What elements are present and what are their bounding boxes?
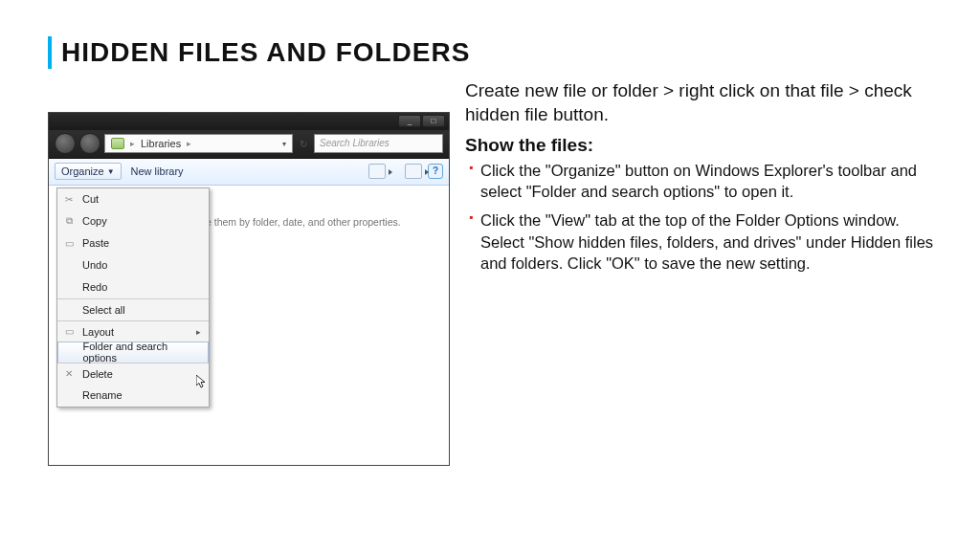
menu-label: Redo <box>82 281 107 293</box>
bullet-list: Click the "Organize" button on Windows E… <box>465 160 942 274</box>
organize-menu: ✂Cut⧉Copy▭PasteUndoRedoSelect all▭Layout… <box>56 187 210 408</box>
menu-icon: ✕ <box>61 367 77 381</box>
menu-item-cut[interactable]: ✂Cut <box>57 188 209 210</box>
view-options-button[interactable] <box>368 164 386 179</box>
menu-icon <box>61 280 77 294</box>
menu-icon <box>62 345 77 359</box>
left-column: _ □ ▸ Libraries ▸ ▾ ↻ Search Libraries <box>48 78 450 466</box>
refresh-icon[interactable]: ↻ <box>297 139 310 149</box>
title-wrap: HIDDEN FILES AND FOLDERS <box>48 36 942 69</box>
subheading: Show the files: <box>465 135 942 156</box>
menu-label: Cut <box>82 193 99 205</box>
menu-label: Select all <box>82 304 125 316</box>
breadcrumb-dropdown-icon[interactable]: ▾ <box>282 140 286 148</box>
new-library-button[interactable]: New library <box>131 165 184 177</box>
breadcrumb-sep-icon: ▸ <box>130 139 135 148</box>
menu-item-paste[interactable]: ▭Paste <box>57 232 209 254</box>
preview-pane-button[interactable] <box>405 164 422 179</box>
menu-icon <box>61 303 77 317</box>
forward-button[interactable] <box>79 133 100 154</box>
body: _ □ ▸ Libraries ▸ ▾ ↻ Search Libraries <box>48 78 942 466</box>
slide-title: HIDDEN FILES AND FOLDERS <box>61 36 470 69</box>
menu-icon: ✂ <box>61 192 77 206</box>
menu-label: Delete <box>82 368 113 380</box>
toolbar-right: ? <box>368 164 443 179</box>
libraries-icon <box>111 138 124 149</box>
maximize-button[interactable]: □ <box>422 115 445 127</box>
menu-icon: ▭ <box>61 236 77 250</box>
menu-label: Paste <box>82 237 109 249</box>
bullet-item: Click the "Organize" button on Windows E… <box>469 160 942 203</box>
menu-label: Folder and search options <box>82 341 200 364</box>
menu-item-rename[interactable]: Rename <box>57 385 209 407</box>
menu-item-select-all[interactable]: Select all <box>57 298 209 320</box>
bullet-item: Click the "View" tab at the top of the F… <box>469 209 942 274</box>
explorer-screenshot: _ □ ▸ Libraries ▸ ▾ ↻ Search Libraries <box>48 112 450 466</box>
right-column: Create new file or folder > right click … <box>450 78 942 466</box>
breadcrumb-bar[interactable]: ▸ Libraries ▸ ▾ <box>104 134 293 153</box>
menu-item-folder-and-search-options[interactable]: Folder and search options <box>57 342 209 364</box>
minimize-button[interactable]: _ <box>398 115 421 127</box>
menu-item-redo[interactable]: Redo <box>57 276 209 298</box>
menu-label: Copy <box>82 215 107 227</box>
menu-icon <box>61 258 77 272</box>
window-titlebar: _ □ <box>49 113 449 130</box>
accent-bar <box>48 36 52 69</box>
organize-button[interactable]: Organize ▼ <box>55 163 122 180</box>
menu-label: Undo <box>82 259 107 271</box>
breadcrumb-text: Libraries <box>141 138 181 149</box>
intro-text: Create new file or folder > right click … <box>465 78 942 127</box>
help-button[interactable]: ? <box>428 164 443 179</box>
nav-row: ▸ Libraries ▸ ▾ ↻ Search Libraries <box>49 130 449 159</box>
menu-item-layout[interactable]: ▭Layout▸ <box>57 320 209 342</box>
menu-label: Layout <box>82 326 114 338</box>
menu-item-copy[interactable]: ⧉Copy <box>57 210 209 232</box>
menu-item-delete[interactable]: ✕Delete <box>57 363 209 385</box>
menu-icon: ▭ <box>61 325 77 339</box>
back-button[interactable] <box>55 133 76 154</box>
menu-icon <box>61 388 77 402</box>
search-input[interactable]: Search Libraries <box>314 134 443 153</box>
organize-label: Organize <box>61 165 104 177</box>
breadcrumb-sep-icon: ▸ <box>187 139 191 148</box>
toolbar: Organize ▼ New library ? <box>49 159 449 186</box>
menu-item-undo[interactable]: Undo <box>57 254 209 276</box>
menu-icon: ⧉ <box>61 214 77 228</box>
slide: HIDDEN FILES AND FOLDERS _ □ ▸ Libraries… <box>0 0 980 551</box>
chevron-down-icon: ▼ <box>107 167 115 176</box>
submenu-arrow-icon: ▸ <box>196 327 201 337</box>
cursor-icon <box>196 375 206 388</box>
menu-label: Rename <box>82 389 122 401</box>
